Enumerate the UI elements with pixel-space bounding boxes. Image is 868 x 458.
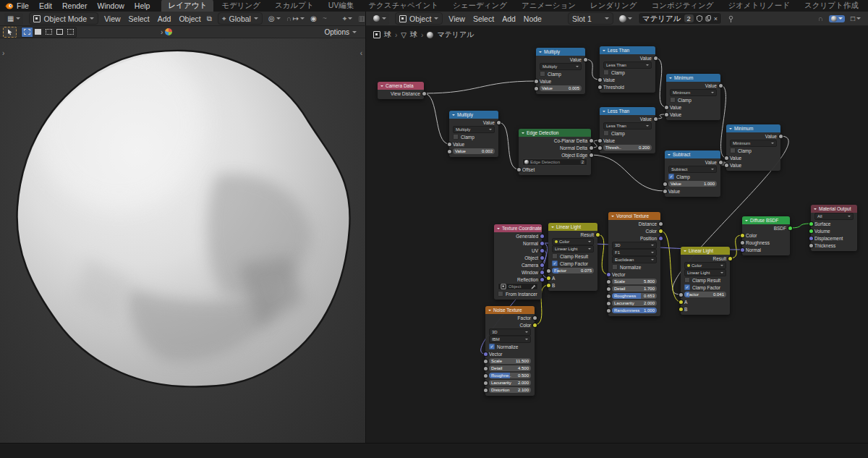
node-select-minimum[interactable]: Minimum (730, 140, 777, 147)
shader-type-selector[interactable]: Object (395, 12, 443, 25)
node-texture-coordinate[interactable]: Texture CoordinateGeneratedNormalUVObjec… (494, 224, 542, 300)
collapse-icon[interactable] (603, 50, 605, 51)
socket-out-bsdf[interactable] (788, 226, 792, 230)
node-voronoi[interactable]: Voronoi TextureDistanceColorPosition3DF1… (608, 212, 660, 316)
workspace-tab-item[interactable]: スクリプト作成 (798, 0, 865, 12)
menu-edit[interactable]: Edit (39, 1, 52, 10)
node-noise[interactable]: Noise TextureFactorColor3DfBM✓NormalizeV… (485, 306, 535, 396)
socket-out-result[interactable] (728, 257, 732, 260)
value-field-scale[interactable]: Scale11.500 (489, 358, 531, 364)
socket-in-vector[interactable] (607, 273, 610, 276)
node-minimum-2[interactable]: MinimumValueMinimumClampValueValue (726, 124, 780, 171)
node-less-than-1[interactable]: Less ThanValueLess ThanClampValueThresho… (600, 46, 655, 93)
socket-in-value[interactable] (663, 190, 667, 193)
node-header-texture-coordinate[interactable]: Texture Coordinate (494, 224, 542, 232)
node-select-minimum[interactable]: Minimum (670, 89, 717, 96)
active-tool-button[interactable] (3, 27, 17, 38)
node-header-linear-light-2[interactable]: Linear Light (681, 247, 730, 255)
node-header-material-output[interactable]: Material Output (811, 205, 857, 213)
socket-in-roughne[interactable] (484, 374, 488, 378)
node-select-subtract[interactable]: Subtract (668, 166, 717, 173)
socket-out-uv[interactable] (540, 249, 544, 253)
socket-in-surface[interactable] (809, 222, 813, 226)
node-select-less-than[interactable]: Less Than (603, 62, 652, 69)
collapse-icon[interactable] (669, 77, 672, 79)
material-slot-selector[interactable]: Slot 1 (568, 12, 613, 25)
socket-out-value[interactable] (654, 117, 658, 121)
workspace-tab-item[interactable]: コンポジティング (644, 0, 720, 12)
node-linear-light-2[interactable]: Linear LightResultColorLinear LightClamp… (681, 247, 730, 315)
checkbox-clamp[interactable] (603, 69, 609, 75)
node-select-f1[interactable]: F1 (612, 249, 657, 256)
socket-out-color[interactable] (533, 323, 537, 327)
node-header-less-than-1[interactable]: Less Than (600, 46, 655, 54)
socket-in-volume[interactable] (809, 229, 813, 233)
eyedropper-icon[interactable] (531, 284, 536, 289)
node-linear-light-1[interactable]: Linear LightResultColorLinear LightClamp… (548, 223, 597, 291)
menu-render[interactable]: Render (62, 1, 87, 10)
checkbox-clamp-factor[interactable]: ✓ (684, 284, 690, 290)
pivot-point-button[interactable]: ◎ (268, 15, 281, 22)
node-header-minimum-2[interactable]: Minimum (726, 124, 780, 132)
value-field-value[interactable]: Value1.000 (668, 181, 717, 187)
socket-in-detail[interactable] (484, 367, 488, 370)
socket-out-view-distance[interactable] (422, 92, 426, 96)
options-dropdown[interactable]: Options (325, 28, 357, 36)
socket-out-window[interactable] (540, 271, 544, 274)
collapse-icon[interactable] (551, 226, 554, 228)
select-mode-subtract[interactable] (43, 27, 54, 37)
workspace-tab-item[interactable]: スカルプト (268, 0, 320, 12)
display-options-button[interactable]: □ (851, 15, 861, 22)
node-select-multiply[interactable]: Multiply (540, 63, 582, 70)
checkbox-clamp[interactable]: ✓ (668, 174, 674, 179)
socket-out-co-planar-delta[interactable] (590, 139, 593, 143)
socket-out-value[interactable] (719, 84, 723, 88)
checkbox-clamp[interactable] (730, 148, 736, 153)
socket-in-randomness[interactable] (607, 309, 610, 313)
socket-out-value[interactable] (779, 135, 783, 138)
node-subtract[interactable]: SubtractValueSubtract✓ClampValue1.000Val… (665, 150, 720, 197)
socket-in-value[interactable] (665, 106, 668, 109)
value-field-detail[interactable]: Detail4.500 (489, 365, 531, 371)
socket-out-color[interactable] (659, 229, 663, 233)
node-header-subtract[interactable]: Subtract (665, 150, 720, 158)
toolbar-expand-icon[interactable]: › (2, 49, 4, 57)
value-field-factor[interactable]: Factor0.075 (552, 268, 594, 273)
group-users-badge[interactable]: 2 (580, 160, 585, 164)
overlap-icon[interactable]: ⧉ (207, 15, 212, 22)
socket-in-b[interactable] (679, 308, 683, 311)
socket-out-result[interactable] (596, 233, 600, 237)
socket-in-value[interactable] (535, 80, 538, 83)
node-header-less-than-2[interactable]: Less Than (600, 107, 655, 115)
checkbox-clamp-result[interactable] (552, 253, 558, 259)
viewport-3d[interactable]: › Options › ‹ (0, 26, 365, 443)
socket-out-object[interactable] (540, 256, 544, 260)
socket-out-camera[interactable] (540, 263, 544, 267)
material-browse-button[interactable] (619, 15, 632, 22)
checkbox-clamp[interactable] (453, 134, 459, 140)
checkbox-clamp[interactable] (603, 130, 609, 136)
orientation-selector[interactable]: ⌖ Global (218, 12, 263, 25)
node-header-minimum-1[interactable]: Minimum (666, 74, 720, 82)
node-header-linear-light-1[interactable]: Linear Light (548, 223, 597, 231)
socket-in-detail[interactable] (607, 287, 610, 291)
socket-in-value[interactable] (598, 139, 602, 143)
socket-in-lacunarity[interactable] (607, 302, 610, 305)
node-multiply-1[interactable]: MultiplyValueMultiplyClampValueValue0.00… (536, 48, 585, 94)
socket-in-scale[interactable] (607, 280, 610, 284)
value-field-factor[interactable]: Factor0.041 (684, 292, 726, 297)
breadcrumb-item[interactable]: 球 (384, 30, 391, 40)
socket-in-lacunarity[interactable] (484, 381, 488, 385)
editor-type-button[interactable] (370, 13, 389, 25)
shader-menu-select[interactable]: Select (473, 14, 494, 23)
socket-in-roughness[interactable] (741, 241, 744, 245)
viewport-menu-object[interactable]: Object (179, 14, 200, 23)
select-mode-box[interactable] (22, 27, 33, 37)
socket-in-value[interactable] (448, 143, 451, 146)
collapse-icon[interactable] (611, 216, 614, 217)
node-edge-detection[interactable]: Edge DetectionCo-Planar DeltaNormal Delt… (519, 129, 591, 175)
checkbox-clamp[interactable] (670, 97, 676, 103)
socket-out-value[interactable] (719, 161, 723, 164)
collapse-icon[interactable] (497, 228, 500, 229)
tool-settings-expand[interactable]: › (161, 28, 172, 36)
